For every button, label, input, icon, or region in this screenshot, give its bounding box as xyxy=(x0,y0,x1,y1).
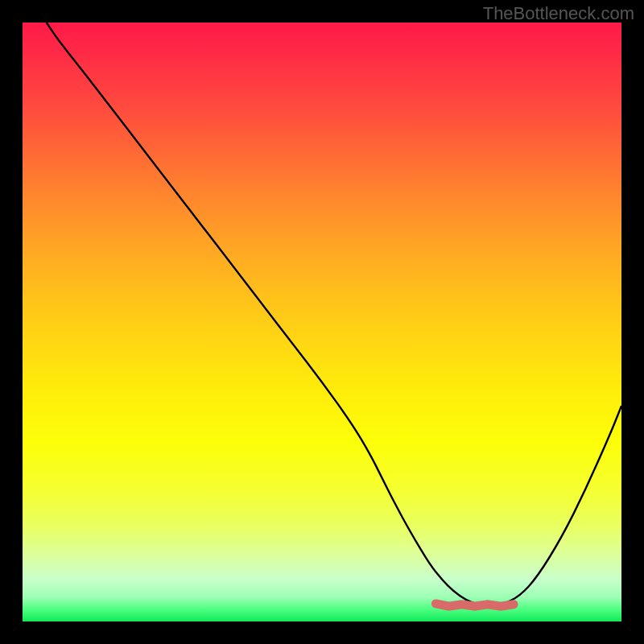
watermark-text: TheBottleneck.com xyxy=(483,3,634,24)
bottleneck-curve xyxy=(47,23,621,606)
chart-svg xyxy=(23,23,621,621)
optimal-range-marker xyxy=(436,604,514,606)
chart-plot-area xyxy=(23,23,621,621)
